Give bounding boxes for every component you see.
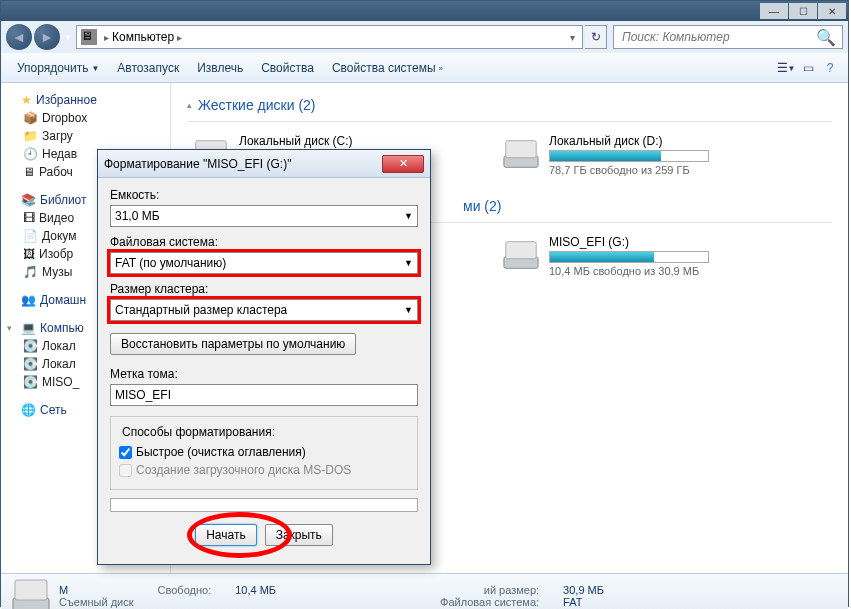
star-icon: ★ <box>21 93 32 107</box>
homegroup-icon: 👥 <box>21 293 36 307</box>
drive-large-icon <box>11 578 51 609</box>
format-dialog: Форматирование "MISO_EFI (G:)" ✕ Емкость… <box>97 149 431 565</box>
view-options-icon[interactable]: ☰ ▼ <box>776 58 796 78</box>
capacity-bar <box>549 251 709 263</box>
capacity-bar <box>549 150 709 162</box>
msdos-check-input <box>119 464 132 477</box>
quick-format-checkbox[interactable]: Быстрое (очистка оглавления) <box>119 445 409 459</box>
capacity-select[interactable]: 31,0 МБ▼ <box>110 205 418 227</box>
forward-button[interactable]: ► <box>34 24 60 50</box>
document-icon: 📄 <box>23 229 38 243</box>
quick-format-check-input[interactable] <box>119 446 132 459</box>
drive-icon: 💽 <box>23 357 38 371</box>
breadcrumb-item[interactable]: Компьютер <box>112 30 174 44</box>
status-free-label: Свободно: <box>158 584 212 596</box>
format-options-legend: Способы форматирования: <box>119 425 278 439</box>
dialog-titlebar[interactable]: Форматирование "MISO_EFI (G:)" ✕ <box>98 150 430 178</box>
library-icon: 📚 <box>21 193 36 207</box>
recent-icon: 🕘 <box>23 147 38 161</box>
dialog-title: Форматирование "MISO_EFI (G:)" <box>104 157 382 171</box>
address-bar[interactable]: 🖥 ▸ Компьютер ▸ ▾ <box>76 25 583 49</box>
msdos-boot-checkbox: Создание загрузочного диска MS-DOS <box>119 463 409 477</box>
system-properties-button[interactable]: Свойства системы» <box>324 58 451 78</box>
organize-menu[interactable]: Упорядочить▼ <box>9 58 107 78</box>
search-box[interactable]: 🔍 <box>613 25 843 49</box>
status-fs-label: Файловая система: <box>440 596 539 608</box>
video-icon: 🎞 <box>23 211 35 225</box>
autoplay-button[interactable]: Автозапуск <box>109 58 187 78</box>
restore-defaults-button[interactable]: Восстановить параметры по умолчанию <box>110 333 356 355</box>
help-icon[interactable]: ? <box>820 58 840 78</box>
extract-button[interactable]: Извлечь <box>189 58 251 78</box>
removable-icon <box>501 235 541 275</box>
search-input[interactable] <box>620 29 816 45</box>
sidebar-favorites[interactable]: ★Избранное <box>1 91 170 109</box>
drive-icon: 💽 <box>23 339 38 353</box>
image-icon: 🖼 <box>23 247 35 261</box>
refresh-button[interactable]: ↻ <box>585 25 607 49</box>
close-dialog-button[interactable]: Закрыть <box>265 524 333 546</box>
drive-free-text: 78,7 ГБ свободно из 259 ГБ <box>549 164 763 176</box>
back-button[interactable]: ◄ <box>6 24 32 50</box>
status-fs-value: FAT <box>563 596 604 608</box>
dialog-close-button[interactable]: ✕ <box>382 155 424 173</box>
history-dropdown[interactable]: ▼ <box>62 31 74 43</box>
music-icon: 🎵 <box>23 265 38 279</box>
status-size-label: ий размер: <box>484 584 539 596</box>
drive-name: Локальный диск (C:) <box>239 134 453 148</box>
network-icon: 🌐 <box>21 403 36 417</box>
command-bar: Упорядочить▼ Автозапуск Извлечь Свойства… <box>1 53 848 83</box>
cluster-select[interactable]: Стандартный размер кластера▼ <box>110 299 418 321</box>
filesystem-select[interactable]: FAT (по умолчанию)▼ <box>110 252 418 274</box>
dropbox-icon: 📦 <box>23 111 38 125</box>
volume-label-label: Метка тома: <box>110 367 418 381</box>
status-name: M <box>59 584 134 596</box>
sidebar-item-dropbox[interactable]: 📦Dropbox <box>1 109 170 127</box>
computer-icon: 💻 <box>21 321 36 335</box>
format-options-group: Способы форматирования: Быстрое (очистка… <box>110 416 418 490</box>
desktop-icon: 🖥 <box>23 165 35 179</box>
svg-rect-5 <box>506 242 536 259</box>
capacity-label: Емкость: <box>110 188 418 202</box>
properties-button[interactable]: Свойства <box>253 58 322 78</box>
status-type: Съемный диск <box>59 596 134 608</box>
computer-icon: 🖥 <box>81 29 97 45</box>
sidebar-item-downloads[interactable]: 📁Загру <box>1 127 170 145</box>
drive-free-text: 10,4 МБ свободно из 30,9 МБ <box>549 265 763 277</box>
close-button[interactable]: ✕ <box>818 3 846 19</box>
breadcrumb-separator: ▸ <box>104 32 109 43</box>
preview-pane-icon[interactable]: ▭ <box>798 58 818 78</box>
breadcrumb-separator: ▸ <box>177 32 182 43</box>
volume-label-input[interactable] <box>110 384 418 406</box>
svg-rect-7 <box>15 580 47 600</box>
drive-name: Локальный диск (D:) <box>549 134 763 148</box>
hdd-icon <box>501 134 541 174</box>
format-progress-bar <box>110 498 418 512</box>
cluster-label: Размер кластера: <box>110 282 418 296</box>
minimize-button[interactable]: — <box>760 3 788 19</box>
address-dropdown-icon[interactable]: ▾ <box>570 32 575 43</box>
status-bar: M Съемный диск Свободно: 10,4 МБ ий разм… <box>1 573 848 609</box>
filesystem-label: Файловая система: <box>110 235 418 249</box>
maximize-button[interactable]: ☐ <box>789 3 817 19</box>
window-titlebar: — ☐ ✕ <box>1 1 848 21</box>
status-free-value: 10,4 МБ <box>235 584 276 596</box>
section-hard-disks[interactable]: ▴Жесткие диски (2) <box>187 93 832 122</box>
drive-icon: 💽 <box>23 375 38 389</box>
drive-g[interactable]: MISO_EFI (G:) 10,4 МБ свободно из 30,9 М… <box>497 231 767 281</box>
status-size-value: 30,9 МБ <box>563 584 604 596</box>
start-button[interactable]: Начать <box>195 524 257 546</box>
navigation-bar: ◄ ► ▼ 🖥 ▸ Компьютер ▸ ▾ ↻ 🔍 <box>1 21 848 53</box>
drive-d[interactable]: Локальный диск (D:) 78,7 ГБ свободно из … <box>497 130 767 180</box>
svg-rect-3 <box>506 141 536 158</box>
drive-name: MISO_EFI (G:) <box>549 235 763 249</box>
search-icon: 🔍 <box>816 28 836 47</box>
folder-icon: 📁 <box>23 129 38 143</box>
